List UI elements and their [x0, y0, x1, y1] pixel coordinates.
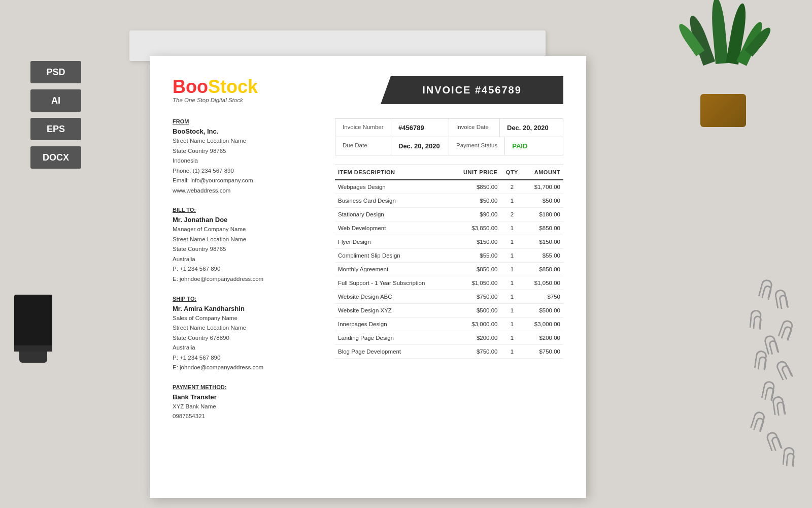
from-label: FROM: [173, 118, 320, 124]
row-unit-price: $750.00: [451, 345, 501, 359]
payment-status-value: PAID: [505, 137, 534, 155]
row-description: Blog Page Development: [335, 345, 451, 359]
row-description: Website Design XYZ: [335, 304, 451, 318]
from-section: FROM BooStock, Inc. Street Name Location…: [173, 118, 320, 196]
row-qty: 1: [500, 345, 523, 359]
table-row: Monthly Agreement $850.00 1 $850.00: [335, 263, 563, 276]
row-qty: 1: [500, 318, 523, 331]
due-date-value: Dec. 20, 2020: [391, 137, 447, 155]
ship-to-name: Mr. Amira Kandharshin: [173, 305, 320, 312]
logo-tagline: The One Stop Digital Stock: [173, 97, 258, 103]
row-qty: 1: [500, 304, 523, 318]
due-date-label: Due Date: [335, 137, 391, 155]
from-company: BooStock, Inc.: [173, 128, 320, 135]
invoice-number-label: Invoice Number: [335, 119, 391, 137]
row-amount: $150.00: [523, 235, 563, 249]
col-amount: AMOUNT: [523, 165, 563, 180]
row-unit-price: $1,050.00: [451, 276, 501, 290]
invoice-paper: BooStock The One Stop Digital Stock INVO…: [150, 56, 586, 498]
invoice-number-cell: Invoice Number #456789: [335, 119, 449, 137]
row-qty: 2: [500, 208, 523, 221]
row-description: Web Development: [335, 221, 451, 235]
table-row: Compliment Slip Design $55.00 1 $55.00: [335, 249, 563, 263]
ship-to-street: Street Name Location Name: [173, 323, 320, 333]
col-description: ITEM DESCRIPTION: [335, 165, 451, 180]
row-unit-price: $850.00: [451, 263, 501, 276]
row-amount: $180.00: [523, 208, 563, 221]
account-number: 0987654321: [173, 411, 320, 422]
table-row: Landing Page Design $200.00 1 $200.00: [335, 331, 563, 345]
bill-to-email: E: johndoe@companyaddress.com: [173, 274, 320, 284]
row-description: Landing Page Design: [335, 331, 451, 345]
from-street: Street Name Location Name: [173, 136, 320, 146]
payment-method-section: PAYMENT METHOD: Bank Transfer XYZ Bank N…: [173, 384, 320, 422]
plant-decoration: [678, 15, 769, 127]
from-country: Indonesia: [173, 156, 320, 166]
table-row: Full Support - 1 Year Subscription $1,05…: [335, 276, 563, 290]
ship-to-phone: P: +1 234 567 890: [173, 353, 320, 363]
bill-to-title: Manager of Company Name: [173, 225, 320, 235]
from-phone: Phone: (1) 234 567 890: [173, 166, 320, 176]
logo-section: BooStock The One Stop Digital Stock: [173, 78, 258, 103]
invoice-title-bar: INVOICE #456789: [381, 76, 563, 104]
row-description: Innerpages Design: [335, 318, 451, 331]
ship-to-title: Sales of Company Name: [173, 313, 320, 324]
table-row: Website Design XYZ $500.00 1 $500.00: [335, 304, 563, 318]
row-qty: 2: [500, 180, 523, 194]
invoice-date-label: Invoice Date: [449, 119, 500, 137]
row-qty: 1: [500, 235, 523, 249]
row-qty: 1: [500, 263, 523, 276]
row-amount: $750: [523, 290, 563, 304]
bill-to-section: BILL TO: Mr. Jonathan Doe Manager of Com…: [173, 207, 320, 284]
ship-to-country: Australia: [173, 343, 320, 353]
row-unit-price: $55.00: [451, 249, 501, 263]
logo-boo: Boo: [173, 76, 208, 97]
due-date-cell: Due Date Dec. 20, 2020: [335, 137, 449, 155]
row-unit-price: $90.00: [451, 208, 501, 221]
row-unit-price: $750.00: [451, 290, 501, 304]
row-unit-price: $3,850.00: [451, 221, 501, 235]
row-description: Webpages Design: [335, 180, 451, 194]
row-amount: $55.00: [523, 249, 563, 263]
row-qty: 1: [500, 276, 523, 290]
row-qty: 1: [500, 221, 523, 235]
badge-ai: AI: [30, 89, 81, 112]
ship-to-email: E: johndoe@companyaddress.com: [173, 363, 320, 373]
stamp: [14, 295, 52, 361]
row-unit-price: $150.00: [451, 235, 501, 249]
ship-to-section: SHIP TO: Mr. Amira Kandharshin Sales of …: [173, 296, 320, 373]
logo-stock: Stock: [208, 76, 258, 97]
row-amount: $3,000.00: [523, 318, 563, 331]
row-amount: $50.00: [523, 194, 563, 208]
row-amount: $850.00: [523, 221, 563, 235]
payment-status-label: Payment Status: [449, 137, 505, 155]
bank-name: XYZ Bank Name: [173, 402, 320, 412]
row-amount: $200.00: [523, 331, 563, 345]
invoice-number-value: #456789: [391, 119, 431, 137]
logo-text: BooStock: [173, 78, 258, 96]
from-email: Email: info@yourcompany.com: [173, 176, 320, 186]
row-qty: 1: [500, 249, 523, 263]
table-row: Business Card Design $50.00 1 $50.00: [335, 194, 563, 208]
row-unit-price: $200.00: [451, 331, 501, 345]
badge-docx: DOCX: [30, 146, 81, 169]
ship-to-state: State Country 678890: [173, 333, 320, 343]
row-unit-price: $3,000.00: [451, 318, 501, 331]
paperclips-decoration: [690, 279, 802, 493]
row-amount: $1,050.00: [523, 276, 563, 290]
bill-to-street: Street Name Location Name: [173, 235, 320, 245]
row-qty: 1: [500, 331, 523, 345]
bill-to-name: Mr. Jonathan Doe: [173, 216, 320, 224]
ship-to-label: SHIP TO:: [173, 296, 320, 302]
row-qty: 1: [500, 290, 523, 304]
table-row: Innerpages Design $3,000.00 1 $3,000.00: [335, 318, 563, 331]
invoice-body: FROM BooStock, Inc. Street Name Location…: [173, 118, 563, 422]
left-column: FROM BooStock, Inc. Street Name Location…: [173, 118, 320, 422]
row-description: Website Design ABC: [335, 290, 451, 304]
bill-to-state: State Country 98765: [173, 244, 320, 255]
table-row: Stationary Design $90.00 2 $180.00: [335, 208, 563, 221]
row-amount: $750.00: [523, 345, 563, 359]
table-row: Blog Page Development $750.00 1 $750.00: [335, 345, 563, 359]
from-website: www.webaddress.com: [173, 186, 320, 196]
row-unit-price: $500.00: [451, 304, 501, 318]
